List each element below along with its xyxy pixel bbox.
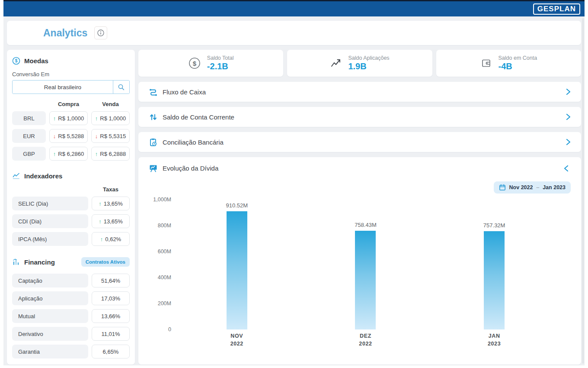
arrow-down-icon: ↓: [53, 133, 56, 139]
currency-row-gbp: GBP ↑R$ 6,2860 ↑R$ 6,2888: [12, 147, 130, 161]
page-background: Analytics $ Moedas Conversão Em: [3, 16, 585, 365]
indexador-row-ipca: IPCA (Mês) ↑0,62%: [12, 232, 130, 246]
summary-cards-row: $ Saldo Total -2.1B Saldo Aplicações: [138, 50, 581, 77]
financing-row-derivativo: Derivativo 11,01%: [12, 327, 130, 341]
financing-label: Garantia: [12, 345, 88, 358]
mutual-value: 13,66%: [92, 309, 130, 323]
currency-code: GBP: [12, 147, 46, 161]
presentation-chart-icon: [149, 164, 158, 173]
saldo-aplicacoes-value: 1.9B: [348, 61, 389, 71]
accordion-fluxo-de-caixa[interactable]: Fluxo de Caixa: [138, 82, 581, 102]
bar-jan-2023[interactable]: 757.32M JAN2023: [479, 222, 509, 329]
vertical-scrollbar[interactable]: [582, 18, 584, 364]
saldo-total-card: $ Saldo Total -2.1B: [138, 50, 283, 77]
saldo-aplicacoes-label: Saldo Aplicações: [348, 55, 389, 61]
indexador-label: IPCA (Mês): [12, 232, 88, 246]
financing-row-aplicacao: Aplicação 17,03%: [12, 291, 130, 305]
gbp-venda-value: ↑R$ 6,2888: [91, 147, 130, 161]
contratos-ativos-badge[interactable]: Contratos Ativos: [81, 257, 130, 267]
currency-columns-header: Compra Venda: [12, 101, 130, 107]
financing-row-mutual: Mutual 13,66%: [12, 309, 130, 323]
accordion-label: Fluxo de Caixa: [163, 88, 206, 96]
x-tick: JAN2023: [479, 332, 509, 348]
date-range-end: Jan 2023: [543, 184, 566, 190]
indexadores-title: Indexadores: [24, 172, 62, 180]
indexador-row-selic: SELIC (Dia) ↑13,65%: [12, 197, 130, 210]
search-icon: [118, 84, 125, 91]
chevron-right-icon[interactable]: [564, 138, 572, 146]
accordion-conciliacao-bancaria[interactable]: Conciliação Bancária: [138, 132, 581, 152]
swap-vertical-icon: [149, 113, 158, 122]
currency-row-eur: EUR ↓R$ 5,5288 ↓R$ 5,5315: [12, 129, 130, 143]
chevron-right-icon[interactable]: [564, 113, 572, 121]
y-tick: 800M: [158, 223, 171, 229]
saldo-total-value: -2.1B: [207, 61, 234, 71]
arrow-up-icon: ↑: [53, 151, 56, 157]
gbp-compra-value: ↑R$ 6,2860: [49, 147, 88, 161]
chart-plot-area: 910.52M NOV2022 758.43M DEZ2022 757.32M: [176, 200, 566, 329]
main-content: $ Saldo Total -2.1B Saldo Aplicações: [138, 50, 581, 365]
svg-text:$: $: [193, 60, 197, 67]
info-button[interactable]: [94, 26, 107, 39]
line-chart-icon: [12, 172, 20, 180]
dollar-circle-icon: $: [12, 57, 20, 65]
eur-venda-value: ↓R$ 5,5315: [91, 129, 130, 143]
top-navbar: GESPLAN: [3, 0, 585, 16]
taxas-column-header: Taxas: [12, 186, 130, 193]
bar[interactable]: [355, 231, 376, 329]
moedas-section-header: $ Moedas: [12, 57, 130, 65]
arrow-down-icon: ↓: [95, 133, 98, 139]
financing-section-header: Financing Contratos Ativos: [12, 257, 130, 267]
bar-value-label: 758.43M: [355, 222, 377, 228]
chevron-left-icon[interactable]: [562, 164, 571, 173]
ipca-value: ↑0,62%: [92, 232, 130, 246]
arrow-up-icon: ↑: [95, 116, 98, 121]
indexador-row-cdi: CDI (Dia) ↑13,65%: [12, 214, 130, 228]
selic-value: ↑13,65%: [92, 197, 130, 210]
bar-dez-2022[interactable]: 758.43M DEZ2022: [350, 222, 380, 329]
svg-text:$: $: [15, 58, 18, 63]
page-title: Analytics: [43, 27, 87, 39]
bar[interactable]: [484, 231, 505, 329]
arrow-up-icon: ↑: [95, 151, 98, 157]
y-tick: 200M: [158, 300, 171, 307]
financing-label: Derivativo: [12, 327, 88, 341]
info-icon: [97, 29, 105, 37]
debt-evolution-panel: Evolução da Dívida Nov 2022 – Jan: [138, 157, 581, 365]
bar-nov-2022[interactable]: 910.52M NOV2022: [222, 202, 252, 329]
conversion-label: Conversão Em: [12, 71, 130, 77]
saldo-total-label: Saldo Total: [207, 55, 234, 61]
col-compra: Compra: [49, 101, 88, 107]
y-tick: 600M: [158, 249, 171, 255]
financing-label: Captação: [12, 274, 88, 287]
brl-compra-value: ↑R$ 1,0000: [49, 111, 88, 125]
financing-row-garantia: Garantia 6,65%: [12, 345, 130, 358]
saldo-em-conta-card: Saldo em Conta -4B: [436, 50, 581, 77]
page-header-card: Analytics: [7, 21, 581, 45]
clipboard-clock-icon: [149, 138, 158, 147]
currency-row-brl: BRL ↑R$ 1,0000 ↑R$ 1,0000: [12, 111, 130, 125]
moedas-title: Moedas: [24, 57, 48, 65]
chevron-right-icon[interactable]: [564, 87, 572, 96]
bar[interactable]: [227, 211, 247, 329]
wallet-icon: [480, 57, 492, 69]
accordion-label: Conciliação Bancária: [163, 139, 224, 146]
search-button[interactable]: [113, 81, 129, 94]
conversion-input[interactable]: [13, 81, 113, 94]
debt-panel-title: Evolução da Dívida: [163, 165, 218, 172]
arrow-up-icon: ↑: [100, 236, 103, 242]
gesplan-logo: GESPLAN: [533, 3, 580, 15]
date-range-filter[interactable]: Nov 2022 – Jan 2023: [494, 181, 571, 194]
cash-flow-icon: [149, 87, 158, 97]
debt-panel-header[interactable]: Evolução da Dívida: [149, 164, 571, 173]
dollar-circle-icon: $: [188, 57, 201, 70]
captacao-value: 51,64%: [92, 274, 130, 287]
chart-y-axis: 1,000M 800M 600M 400M 200M 0: [149, 200, 171, 329]
y-tick: 1,000M: [153, 197, 171, 203]
accordion-saldo-conta-corrente[interactable]: Saldo de Conta Corrente: [138, 107, 581, 127]
y-tick: 400M: [158, 274, 171, 281]
saldo-em-conta-label: Saldo em Conta: [499, 55, 537, 61]
conversion-search-group: [12, 80, 130, 94]
sidebar: $ Moedas Conversão Em Compra: [7, 50, 135, 365]
trend-up-icon: [330, 57, 342, 69]
